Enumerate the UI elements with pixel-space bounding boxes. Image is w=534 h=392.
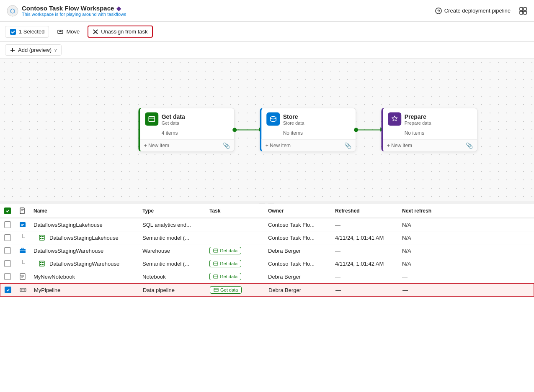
get-data-badge: Get data xyxy=(209,247,241,254)
select-all-checkbox[interactable] xyxy=(4,208,11,214)
move-button[interactable]: Move xyxy=(52,26,84,38)
row3-checkbox[interactable] xyxy=(0,260,15,267)
row2-type: Warehouse xyxy=(139,248,206,254)
table-header: Name Type Task Owner Refreshed Next refr… xyxy=(0,204,534,218)
svg-rect-8 xyxy=(58,30,63,33)
store-node[interactable]: Store Store data No items + New item 📎 xyxy=(260,108,356,152)
badge-icon xyxy=(214,287,219,292)
get-data-node[interactable]: Get data Get data 4 items + New item 📎 xyxy=(138,108,235,152)
svg-rect-15 xyxy=(42,236,44,237)
get-data-badge: Get data xyxy=(209,273,241,280)
chevron-down-icon: ∨ xyxy=(54,48,57,52)
row0-refreshed: — xyxy=(332,222,399,228)
row1-type: Semantic model (... xyxy=(139,235,206,241)
prepare-count: No items xyxy=(383,129,477,139)
unchecked-checkbox[interactable] xyxy=(4,234,11,241)
table-row-selected[interactable]: MyPipeline Data pipeline Get data Debra … xyxy=(0,283,534,297)
row2-refreshed: — xyxy=(332,248,399,254)
unchecked-checkbox[interactable] xyxy=(4,260,11,267)
unchecked-checkbox[interactable] xyxy=(4,221,11,228)
store-footer: + New item 📎 xyxy=(261,139,356,151)
prepare-node[interactable]: Prepare Prepare data No items + New item… xyxy=(381,108,477,152)
svg-text:⬡: ⬡ xyxy=(10,8,15,14)
connector-2 xyxy=(356,129,381,130)
taskflow-canvas[interactable]: Get data Get data 4 items + New item 📎 xyxy=(0,59,534,201)
app-subtitle: This workspace is for playing around wit… xyxy=(22,12,126,17)
move-icon xyxy=(57,28,64,35)
store-titles: Store Store data xyxy=(283,113,304,125)
header-checkbox-col[interactable] xyxy=(0,208,15,214)
row0-type-icon xyxy=(15,221,30,228)
row1-checkbox[interactable] xyxy=(0,234,15,241)
row3-refreshed: 4/11/24, 1:01:42 AM xyxy=(332,261,399,267)
row1-refreshed: 4/11/24, 1:01:41 AM xyxy=(332,235,399,241)
selected-count-button[interactable]: 1 Selected xyxy=(5,26,49,38)
selection-toolbar: 1 Selected Move Unassign from task xyxy=(0,22,534,42)
svg-rect-9 xyxy=(149,117,155,122)
store-attach-icon[interactable]: 📎 xyxy=(344,142,351,149)
table-row[interactable]: └ DataflowsStagingWarehouse Semantic mod… xyxy=(0,257,534,270)
store-new-item[interactable]: + New item xyxy=(266,143,291,149)
get-data-subtitle: Get data xyxy=(162,120,185,125)
nodes-container: Get data Get data 4 items + New item 📎 xyxy=(138,108,477,152)
svg-rect-19 xyxy=(214,249,218,252)
add-preview-label: Add (preview) xyxy=(18,47,52,53)
row0-checkbox[interactable] xyxy=(0,221,15,228)
row5-checkbox[interactable] xyxy=(0,287,15,293)
app-logo-icon: ⬡ xyxy=(7,5,18,17)
svg-rect-16 xyxy=(40,238,41,239)
checked-checkbox[interactable] xyxy=(5,287,11,293)
prepare-header: Prepare Prepare data xyxy=(383,108,477,129)
get-data-header: Get data Get data xyxy=(140,108,234,129)
unchecked-checkbox[interactable] xyxy=(4,247,11,254)
table-row[interactable]: DataflowsStagingWarehouse Warehouse Get … xyxy=(0,244,534,257)
add-preview-button[interactable]: Add (preview) ∨ xyxy=(5,44,62,56)
move-label: Move xyxy=(66,28,80,35)
row1-owner: Contoso Task Flo... xyxy=(265,235,332,241)
row4-name: MyNewNotebook xyxy=(30,274,139,280)
svg-rect-24 xyxy=(42,264,44,265)
table-row[interactable]: └ DataflowsStagingLakehouse Semantic mod… xyxy=(0,231,534,244)
grid-icon[interactable] xyxy=(519,7,527,15)
svg-rect-23 xyxy=(40,264,41,265)
prepare-attach-icon[interactable]: 📎 xyxy=(466,142,473,149)
row2-task: Get data xyxy=(206,247,265,254)
svg-rect-18 xyxy=(20,249,26,253)
table-row[interactable]: DataflowsStagingLakehouse SQL analytics … xyxy=(0,218,534,231)
unassign-label: Unassign from task xyxy=(101,28,147,35)
warehouse-icon xyxy=(19,247,26,254)
get-data-attach-icon[interactable]: 📎 xyxy=(223,142,230,149)
store-subtitle: Store data xyxy=(283,120,304,125)
prepare-new-item[interactable]: + New item xyxy=(387,143,412,149)
svg-rect-20 xyxy=(39,261,44,266)
row0-next-refresh: N/A xyxy=(399,222,457,228)
table-row[interactable]: MyNewNotebook Notebook Get data Debra Be… xyxy=(0,270,534,283)
row4-task: Get data xyxy=(206,273,265,280)
row0-owner: Contoso Task Flo... xyxy=(265,222,332,228)
row2-checkbox[interactable] xyxy=(0,247,15,254)
svg-rect-22 xyxy=(42,262,44,263)
app-title-text: Contoso Task Flow Workspace xyxy=(22,5,114,12)
svg-rect-4 xyxy=(524,8,526,10)
header-name: Name xyxy=(30,208,139,214)
app-title: Contoso Task Flow Workspace ◆ xyxy=(22,5,126,12)
get-data-new-item[interactable]: + New item xyxy=(144,143,169,149)
prepare-titles: Prepare Prepare data xyxy=(405,113,431,125)
row1-connector: └ xyxy=(15,234,30,241)
row4-checkbox[interactable] xyxy=(0,273,15,280)
svg-rect-27 xyxy=(214,275,218,278)
row0-type: SQL analytics end... xyxy=(139,222,206,228)
header-refreshed: Refreshed xyxy=(332,208,399,214)
row5-task: Get data xyxy=(206,286,265,294)
connector-1 xyxy=(235,129,260,130)
unchecked-checkbox[interactable] xyxy=(4,273,11,280)
unassign-from-task-button[interactable]: Unassign from task xyxy=(88,26,152,38)
create-deployment-pipeline-button[interactable]: Create deployment pipeline xyxy=(432,6,514,16)
svg-rect-17 xyxy=(42,238,44,239)
resize-handle[interactable]: — — xyxy=(0,201,534,204)
header-type: Type xyxy=(139,208,206,214)
row2-next-refresh: N/A xyxy=(399,248,457,254)
deployment-icon xyxy=(435,8,442,14)
badge-icon xyxy=(213,248,218,253)
svg-point-10 xyxy=(270,117,276,119)
